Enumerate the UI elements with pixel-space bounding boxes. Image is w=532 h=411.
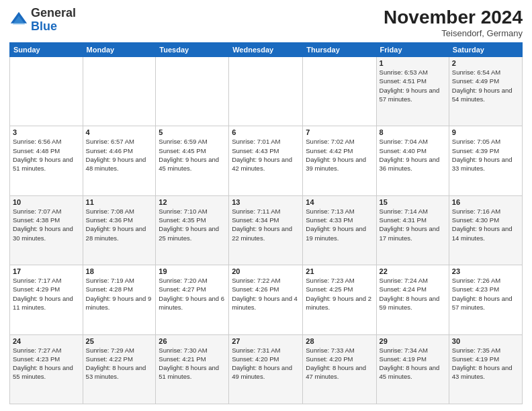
day-number: 12 — [159, 198, 226, 206]
day-info: Sunrise: 7:26 AM Sunset: 4:23 PM Dayligh… — [452, 276, 519, 312]
day-cell: 8Sunrise: 7:04 AM Sunset: 4:40 PM Daylig… — [376, 126, 449, 195]
calendar-table: SundayMondayTuesdayWednesdayThursdayFrid… — [9, 42, 523, 404]
day-cell — [10, 57, 83, 126]
day-cell: 5Sunrise: 6:59 AM Sunset: 4:45 PM Daylig… — [156, 126, 229, 195]
day-cell: 24Sunrise: 7:27 AM Sunset: 4:23 PM Dayli… — [10, 334, 83, 404]
day-info: Sunrise: 7:20 AM Sunset: 4:27 PM Dayligh… — [159, 276, 226, 312]
location: Teisendorf, Germany — [384, 28, 523, 38]
day-number: 15 — [380, 198, 446, 206]
day-number: 26 — [159, 337, 226, 345]
day-number: 16 — [452, 198, 519, 206]
day-info: Sunrise: 6:59 AM Sunset: 4:45 PM Dayligh… — [159, 137, 226, 173]
day-cell: 16Sunrise: 7:16 AM Sunset: 4:30 PM Dayli… — [449, 195, 522, 265]
day-cell: 22Sunrise: 7:24 AM Sunset: 4:24 PM Dayli… — [376, 265, 449, 334]
day-info: Sunrise: 6:57 AM Sunset: 4:46 PM Dayligh… — [86, 137, 153, 173]
header: General Blue November 2024 Teisendorf, G… — [9, 7, 523, 38]
day-cell — [229, 57, 303, 126]
day-info: Sunrise: 6:53 AM Sunset: 4:51 PM Dayligh… — [380, 68, 446, 103]
day-number: 20 — [232, 267, 300, 275]
day-info: Sunrise: 6:54 AM Sunset: 4:49 PM Dayligh… — [452, 68, 519, 103]
logo: General Blue — [9, 7, 76, 34]
day-cell: 21Sunrise: 7:23 AM Sunset: 4:25 PM Dayli… — [303, 265, 376, 334]
day-cell: 3Sunrise: 6:56 AM Sunset: 4:48 PM Daylig… — [10, 126, 83, 195]
day-cell: 7Sunrise: 7:02 AM Sunset: 4:42 PM Daylig… — [303, 126, 376, 195]
day-info: Sunrise: 7:22 AM Sunset: 4:26 PM Dayligh… — [232, 276, 300, 312]
day-info: Sunrise: 7:30 AM Sunset: 4:21 PM Dayligh… — [159, 346, 226, 381]
day-number: 25 — [86, 337, 153, 345]
page: General Blue November 2024 Teisendorf, G… — [0, 0, 532, 411]
weekday-header-tuesday: Tuesday — [156, 43, 229, 57]
day-cell: 18Sunrise: 7:19 AM Sunset: 4:28 PM Dayli… — [83, 265, 156, 334]
day-number: 5 — [159, 128, 226, 136]
day-info: Sunrise: 7:27 AM Sunset: 4:23 PM Dayligh… — [13, 346, 80, 381]
day-cell: 4Sunrise: 6:57 AM Sunset: 4:46 PM Daylig… — [83, 126, 156, 195]
calendar-header: SundayMondayTuesdayWednesdayThursdayFrid… — [10, 43, 523, 57]
day-info: Sunrise: 7:33 AM Sunset: 4:20 PM Dayligh… — [306, 346, 373, 381]
month-title: November 2024 — [384, 7, 523, 28]
day-number: 3 — [13, 128, 80, 136]
day-number: 2 — [452, 59, 519, 67]
day-cell — [156, 57, 229, 126]
day-number: 10 — [13, 198, 80, 206]
logo-general: General — [31, 6, 76, 19]
day-number: 30 — [452, 337, 519, 345]
day-number: 9 — [452, 128, 519, 136]
day-cell: 27Sunrise: 7:31 AM Sunset: 4:20 PM Dayli… — [229, 334, 303, 404]
weekday-header-wednesday: Wednesday — [229, 43, 303, 57]
day-cell: 9Sunrise: 7:05 AM Sunset: 4:39 PM Daylig… — [449, 126, 522, 195]
day-cell: 20Sunrise: 7:22 AM Sunset: 4:26 PM Dayli… — [229, 265, 303, 334]
day-number: 4 — [86, 128, 153, 136]
day-cell: 17Sunrise: 7:17 AM Sunset: 4:29 PM Dayli… — [10, 265, 83, 334]
day-number: 13 — [232, 198, 300, 206]
day-cell: 23Sunrise: 7:26 AM Sunset: 4:23 PM Dayli… — [449, 265, 522, 334]
calendar-body: 1Sunrise: 6:53 AM Sunset: 4:51 PM Daylig… — [10, 57, 523, 404]
week-row-3: 17Sunrise: 7:17 AM Sunset: 4:29 PM Dayli… — [10, 265, 523, 334]
day-cell: 28Sunrise: 7:33 AM Sunset: 4:20 PM Dayli… — [303, 334, 376, 404]
day-cell: 30Sunrise: 7:35 AM Sunset: 4:19 PM Dayli… — [449, 334, 522, 404]
day-cell: 14Sunrise: 7:13 AM Sunset: 4:33 PM Dayli… — [303, 195, 376, 265]
day-number: 7 — [306, 128, 373, 136]
day-info: Sunrise: 7:29 AM Sunset: 4:22 PM Dayligh… — [86, 346, 153, 381]
weekday-header-monday: Monday — [83, 43, 156, 57]
day-number: 11 — [86, 198, 153, 206]
week-row-4: 24Sunrise: 7:27 AM Sunset: 4:23 PM Dayli… — [10, 334, 523, 404]
day-info: Sunrise: 6:56 AM Sunset: 4:48 PM Dayligh… — [13, 137, 80, 173]
day-info: Sunrise: 7:16 AM Sunset: 4:30 PM Dayligh… — [452, 207, 519, 242]
day-info: Sunrise: 7:35 AM Sunset: 4:19 PM Dayligh… — [452, 346, 519, 381]
day-info: Sunrise: 7:04 AM Sunset: 4:40 PM Dayligh… — [380, 137, 446, 173]
day-cell: 13Sunrise: 7:11 AM Sunset: 4:34 PM Dayli… — [229, 195, 303, 265]
day-number: 21 — [306, 267, 373, 275]
day-number: 23 — [452, 267, 519, 275]
day-number: 18 — [86, 267, 153, 275]
weekday-header-friday: Friday — [376, 43, 449, 57]
day-info: Sunrise: 7:07 AM Sunset: 4:38 PM Dayligh… — [13, 207, 80, 242]
day-number: 14 — [306, 198, 373, 206]
day-cell: 29Sunrise: 7:34 AM Sunset: 4:19 PM Dayli… — [376, 334, 449, 404]
day-cell: 11Sunrise: 7:08 AM Sunset: 4:36 PM Dayli… — [83, 195, 156, 265]
day-cell: 26Sunrise: 7:30 AM Sunset: 4:21 PM Dayli… — [156, 334, 229, 404]
day-info: Sunrise: 7:34 AM Sunset: 4:19 PM Dayligh… — [380, 346, 446, 381]
day-number: 28 — [306, 337, 373, 345]
day-number: 29 — [380, 337, 446, 345]
day-info: Sunrise: 7:23 AM Sunset: 4:25 PM Dayligh… — [306, 276, 373, 312]
day-info: Sunrise: 7:11 AM Sunset: 4:34 PM Dayligh… — [232, 207, 300, 242]
logo-blue: Blue — [31, 19, 57, 33]
day-number: 19 — [159, 267, 226, 275]
day-cell: 25Sunrise: 7:29 AM Sunset: 4:22 PM Dayli… — [83, 334, 156, 404]
day-info: Sunrise: 7:17 AM Sunset: 4:29 PM Dayligh… — [13, 276, 80, 312]
day-cell: 15Sunrise: 7:14 AM Sunset: 4:31 PM Dayli… — [376, 195, 449, 265]
day-info: Sunrise: 7:19 AM Sunset: 4:28 PM Dayligh… — [86, 276, 153, 312]
week-row-1: 3Sunrise: 6:56 AM Sunset: 4:48 PM Daylig… — [10, 126, 523, 195]
day-number: 24 — [13, 337, 80, 345]
day-number: 1 — [380, 59, 446, 67]
day-info: Sunrise: 7:24 AM Sunset: 4:24 PM Dayligh… — [380, 276, 446, 312]
day-number: 27 — [232, 337, 300, 345]
day-info: Sunrise: 7:05 AM Sunset: 4:39 PM Dayligh… — [452, 137, 519, 173]
logo-icon — [9, 11, 28, 30]
day-cell: 10Sunrise: 7:07 AM Sunset: 4:38 PM Dayli… — [10, 195, 83, 265]
weekday-header-saturday: Saturday — [449, 43, 522, 57]
day-info: Sunrise: 7:10 AM Sunset: 4:35 PM Dayligh… — [159, 207, 226, 242]
day-cell — [83, 57, 156, 126]
day-info: Sunrise: 7:01 AM Sunset: 4:43 PM Dayligh… — [232, 137, 300, 173]
day-cell: 12Sunrise: 7:10 AM Sunset: 4:35 PM Dayli… — [156, 195, 229, 265]
